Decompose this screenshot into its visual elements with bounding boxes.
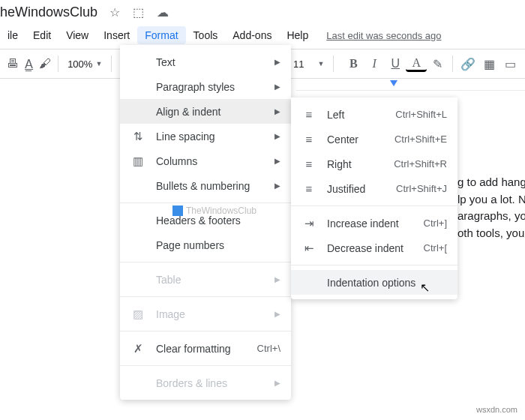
menu-format[interactable]: Format: [137, 26, 185, 44]
menu-line-spacing[interactable]: ⇅Line spacing▶: [120, 124, 291, 148]
bold-button[interactable]: B: [343, 53, 364, 74]
fontsize-select[interactable]: 11▼: [289, 58, 328, 70]
columns-icon: ▥: [130, 154, 146, 168]
menu-image: ▨Image▶: [120, 302, 291, 326]
comment-icon[interactable]: ▦: [478, 53, 500, 74]
image-icon: ▨: [130, 308, 146, 321]
format-dropdown: Text▶ Paragraph styles▶ Align & indent▶ …: [120, 45, 291, 400]
align-right[interactable]: ≡RightCtrl+Shift+R: [291, 152, 458, 176]
menu-borders-lines: Borders & lines▶: [120, 370, 291, 395]
spellcheck-icon[interactable]: A̲: [21, 53, 38, 74]
line-spacing-icon: ⇅: [130, 130, 146, 143]
watermark: TheWindowsClub: [172, 206, 256, 216]
footer-credit: wsxdn.com: [476, 405, 518, 414]
menu-page-numbers[interactable]: Page numbers: [120, 232, 291, 257]
increase-indent[interactable]: ⇥Increase indentCtrl+]: [291, 211, 458, 236]
increase-indent-icon: ⇥: [302, 217, 316, 230]
align-left[interactable]: ≡LeftCtrl+Shift+L: [291, 102, 458, 127]
decrease-indent-icon: ⇤: [302, 242, 316, 255]
menu-text[interactable]: Text▶: [120, 50, 291, 74]
menu-file[interactable]: ile: [0, 26, 26, 44]
watermark-logo-icon: [172, 206, 183, 216]
menu-table: Table▶: [120, 267, 291, 292]
move-icon[interactable]: ⬚: [133, 6, 144, 19]
align-center-icon: ≡: [302, 133, 316, 146]
link-icon[interactable]: 🔗: [458, 53, 478, 74]
decrease-indent[interactable]: ⇤Decrease indentCtrl+[: [291, 236, 458, 260]
align-center[interactable]: ≡CenterCtrl+Shift+E: [291, 127, 458, 152]
indentation-options[interactable]: Indentation options: [291, 270, 458, 295]
underline-button[interactable]: U: [385, 53, 406, 74]
align-right-icon: ≡: [302, 158, 316, 170]
menu-align-indent[interactable]: Align & indent▶: [120, 99, 291, 124]
text-color-button[interactable]: A: [406, 56, 427, 72]
menu-addons[interactable]: Add-ons: [225, 26, 279, 44]
menu-clear-formatting[interactable]: ✗Clear formattingCtrl+\: [120, 336, 291, 361]
italic-button[interactable]: I: [364, 53, 385, 74]
cloud-icon[interactable]: ☁: [157, 6, 169, 19]
menu-help[interactable]: Help: [279, 26, 316, 44]
align-justified[interactable]: ≡JustifiedCtrl+Shift+J: [291, 176, 458, 201]
menu-view[interactable]: View: [58, 26, 96, 44]
menu-edit[interactable]: Edit: [26, 26, 58, 44]
highlight-button[interactable]: ✎: [427, 53, 448, 74]
menu-columns[interactable]: ▥Columns▶: [120, 148, 291, 173]
align-indent-submenu: ≡LeftCtrl+Shift+L ≡CenterCtrl+Shift+E ≡R…: [291, 98, 458, 299]
menu-bullets-numbering[interactable]: Bullets & numbering▶: [120, 173, 291, 198]
menu-tools[interactable]: Tools: [186, 26, 226, 44]
doc-title[interactable]: heWindowsClub: [0, 4, 98, 20]
ruler[interactable]: [296, 79, 525, 91]
align-left-icon: ≡: [302, 108, 316, 121]
print-icon[interactable]: 🖶: [4, 53, 21, 74]
last-edit-link[interactable]: Last edit was seconds ago: [326, 30, 441, 41]
image-insert-icon[interactable]: ▭: [500, 53, 520, 74]
document-body[interactable]: g to add hang lp you a lot. N aragraphs,…: [458, 174, 525, 242]
cursor-icon: ↖: [420, 280, 430, 295]
menu-paragraph-styles[interactable]: Paragraph styles▶: [120, 74, 291, 99]
zoom-select[interactable]: 100%▼: [63, 58, 106, 70]
align-justified-icon: ≡: [302, 182, 316, 195]
clear-formatting-icon: ✗: [130, 342, 146, 356]
paint-format-icon[interactable]: 🖌: [38, 53, 54, 74]
indent-marker[interactable]: [390, 80, 398, 86]
menu-insert[interactable]: Insert: [96, 26, 137, 44]
star-icon[interactable]: ☆: [110, 6, 120, 19]
